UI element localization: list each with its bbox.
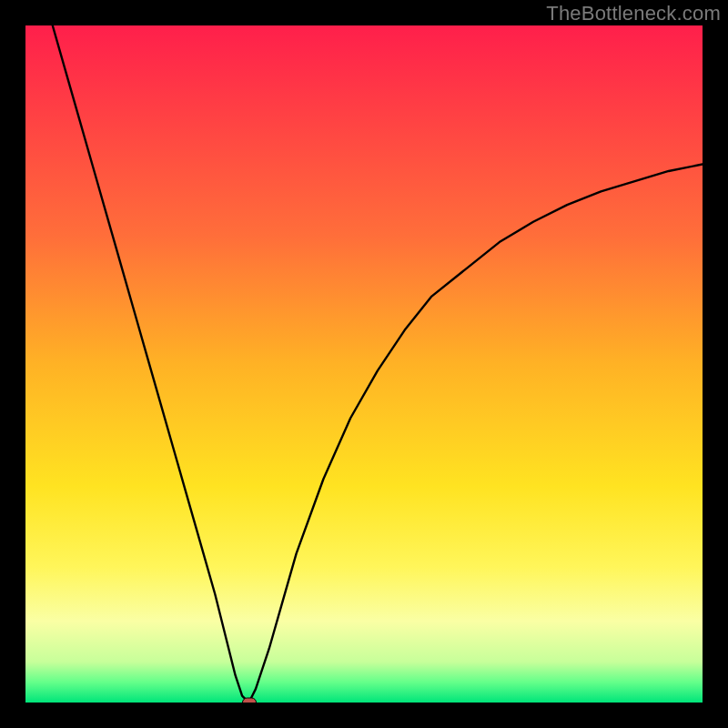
optimal-point-marker (242, 698, 257, 703)
chart-frame: TheBottleneck.com (0, 0, 728, 728)
watermark-text: TheBottleneck.com (546, 2, 721, 25)
curve-layer (25, 25, 703, 703)
plot-area (25, 25, 703, 703)
bottleneck-curve (53, 25, 703, 703)
